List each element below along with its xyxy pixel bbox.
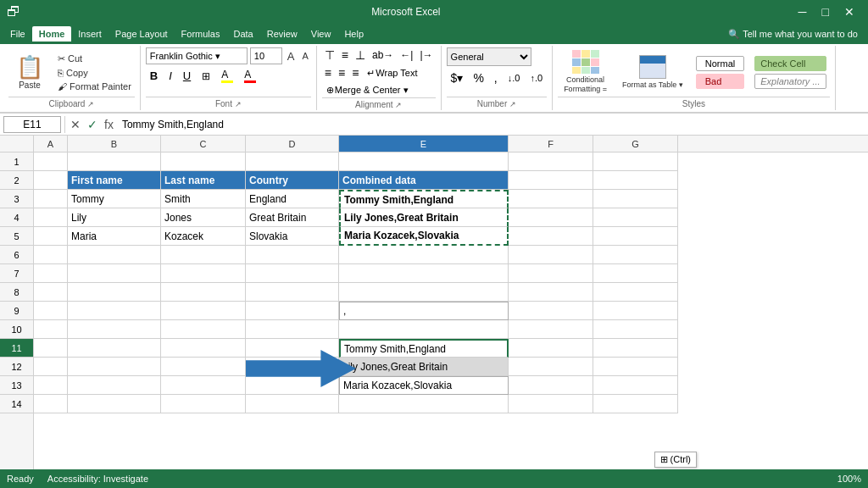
cell-d9[interactable] [246,302,339,320]
cell-e8[interactable] [339,283,509,302]
row-num-14[interactable]: 14 [0,395,33,413]
cell-f2[interactable] [509,171,593,190]
cell-e6[interactable] [339,246,509,264]
cell-d8[interactable] [246,283,339,302]
cell-d1[interactable] [246,152,339,171]
cell-a3[interactable] [34,190,68,208]
cell-g7[interactable] [593,264,678,283]
number-format-select[interactable]: General [447,47,531,66]
col-header-b[interactable]: B [68,136,161,152]
cell-a4[interactable] [34,208,68,227]
cell-b1[interactable] [68,152,161,171]
cell-c7[interactable] [161,264,246,283]
cell-e12[interactable]: Lily Jones,Great Britain [339,358,509,376]
font-grow-button[interactable]: A [285,49,298,64]
cell-g2[interactable] [593,171,678,190]
cell-c4[interactable]: Jones [161,208,246,227]
cell-g4[interactable] [593,208,678,227]
menu-view[interactable]: View [304,26,338,42]
col-header-g[interactable]: G [593,136,678,152]
menu-review[interactable]: Review [260,26,304,42]
cell-e2[interactable]: Combined data [339,171,509,190]
format-painter-button[interactable]: 🖌 Format Painter [54,80,135,92]
cell-c1[interactable] [161,152,246,171]
cell-d6[interactable] [246,246,339,264]
cell-a1[interactable] [34,152,68,171]
cell-a10[interactable] [34,320,68,339]
underline-button[interactable]: U [179,68,195,84]
cell-d14[interactable] [246,395,339,413]
cell-c10[interactable] [161,320,246,339]
row-num-12[interactable]: 12 [0,358,33,376]
cell-c6[interactable] [161,246,246,264]
conditional-formatting-button[interactable]: Conditional Formatting = [558,47,613,97]
cell-e13[interactable]: Maria Kozacek,Slovakia [339,376,509,395]
row-num-1[interactable]: 1 [0,152,33,171]
row-num-7[interactable]: 7 [0,264,33,283]
cell-f6[interactable] [509,246,593,264]
formula-confirm-icon[interactable]: ✓ [86,118,99,131]
cell-d4[interactable]: Great Britain [246,208,339,227]
cell-e4[interactable]: Lily Jones,Great Britain [339,208,509,227]
row-num-13[interactable]: 13 [0,376,33,395]
align-top-button[interactable]: ⊤ [322,47,337,63]
cell-d10[interactable] [246,320,339,339]
font-shrink-button[interactable]: A [299,50,310,62]
cell-g14[interactable] [593,395,678,413]
align-center-button[interactable]: ≡ [336,65,348,80]
cell-d5[interactable]: Slovakia [246,227,339,246]
cell-g9[interactable] [593,302,678,320]
cell-f1[interactable] [509,152,593,171]
check-cell-style-button[interactable]: Check Cell [754,56,826,71]
col-header-e[interactable]: E [339,136,509,152]
cell-g1[interactable] [593,152,678,171]
row-num-5[interactable]: 5 [0,227,33,246]
cell-c12[interactable] [161,358,246,376]
cell-d2[interactable]: Country [246,171,339,190]
explanatory-style-button[interactable]: Explanatory ... [754,74,826,89]
cell-d3[interactable]: England [246,190,339,208]
cell-b13[interactable] [68,376,161,395]
cell-f11[interactable] [509,339,593,358]
cell-c8[interactable] [161,283,246,302]
cell-b3[interactable]: Tommy [68,190,161,208]
text-direction-button[interactable]: ab→ [370,48,396,62]
copy-button[interactable]: ⎘ Copy [54,67,135,79]
indent-increase-button[interactable]: |→ [417,48,435,62]
cell-e7[interactable] [339,264,509,283]
row-num-11[interactable]: 11 [0,339,33,358]
cell-e9[interactable]: , [339,302,509,320]
cell-f9[interactable] [509,302,593,320]
comma-button[interactable]: , [490,69,502,86]
minimize-btn[interactable]: ─ [792,5,814,19]
format-as-table-button[interactable]: Format as Table ▾ [616,47,689,97]
font-name-select[interactable] [146,47,248,64]
italic-button[interactable]: I [164,68,176,84]
fill-color-button[interactable]: A [217,67,237,85]
cell-f12[interactable] [509,358,593,376]
row-num-4[interactable]: 4 [0,208,33,227]
col-header-f[interactable]: F [509,136,593,152]
cell-a13[interactable] [34,376,68,395]
cell-a11[interactable] [34,339,68,358]
formula-input[interactable] [119,119,865,130]
menu-formulas[interactable]: Formulas [175,26,227,42]
cell-f7[interactable] [509,264,593,283]
merge-center-button[interactable]: ⊕ Merge & Center ▾ [322,83,413,97]
cell-e1[interactable] [339,152,509,171]
cell-b10[interactable] [68,320,161,339]
menu-data[interactable]: Data [226,26,259,42]
cell-b11[interactable] [68,339,161,358]
cell-b4[interactable]: Lily [68,208,161,227]
normal-style-button[interactable]: Normal [696,56,744,71]
align-right-button[interactable]: ≡ [349,65,361,80]
cell-a12[interactable] [34,358,68,376]
cell-f13[interactable] [509,376,593,395]
font-color-button[interactable]: A [240,67,260,85]
cell-b7[interactable] [68,264,161,283]
cell-g8[interactable] [593,283,678,302]
cell-e14[interactable] [339,395,509,413]
maximize-btn[interactable]: □ [815,5,836,19]
row-num-6[interactable]: 6 [0,246,33,264]
cell-c13[interactable] [161,376,246,395]
